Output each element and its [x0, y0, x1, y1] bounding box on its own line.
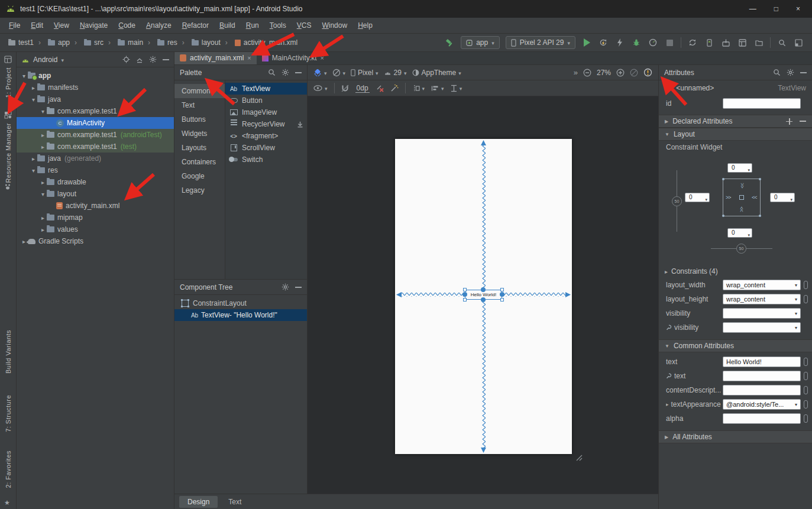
chevron-collapsed-icon[interactable]: [30, 85, 37, 91]
tree-item-manifests[interactable]: manifests: [17, 82, 174, 93]
resource-picker-flag[interactable]: [804, 386, 808, 394]
chevron-collapsed-icon[interactable]: [30, 155, 37, 162]
zoom-in-icon[interactable]: [616, 69, 625, 77]
declared-attributes-section[interactable]: Declared Attributes: [659, 115, 812, 128]
device-canvas[interactable]: Hello World!: [395, 139, 572, 454]
download-icon[interactable]: [297, 121, 303, 128]
margin-right-combo[interactable]: 0: [770, 193, 795, 202]
infer-constraints-icon[interactable]: [390, 84, 399, 92]
chevron-expanded-icon[interactable]: [20, 73, 28, 79]
pack-menu[interactable]: [451, 84, 462, 92]
clear-constraints-icon[interactable]: [376, 85, 384, 92]
default-margin-selector[interactable]: 0dp: [355, 84, 370, 93]
tool-window-structure[interactable]: 7: Structure: [5, 395, 12, 432]
menu-window[interactable]: Window: [316, 19, 352, 32]
zoom-out-icon[interactable]: [583, 69, 591, 77]
tree-item-activity-main-xml[interactable]: activity_main.xml: [17, 200, 174, 212]
add-attribute-button[interactable]: [786, 118, 792, 125]
resource-picker-flag[interactable]: [804, 281, 808, 289]
close-tab-icon[interactable]: ×: [321, 54, 324, 61]
content-description-input[interactable]: [723, 385, 801, 395]
menu-navigate[interactable]: Navigate: [75, 19, 113, 32]
palette-category-text[interactable]: Text: [174, 98, 225, 112]
tree-item-package-test[interactable]: com.example.test1(test): [17, 141, 174, 153]
apply-changes-icon[interactable]: [598, 37, 609, 48]
gear-icon[interactable]: [787, 69, 794, 76]
tools-visibility-combo[interactable]: [723, 322, 801, 333]
zoom-level[interactable]: 27%: [597, 69, 611, 77]
tab-mainactivity-kt[interactable]: MainActivity.kt ×: [257, 51, 329, 64]
menu-refactor[interactable]: Refactor: [177, 19, 214, 32]
tree-item-res[interactable]: res: [17, 164, 174, 176]
wrap-spring-bottom[interactable]: [739, 207, 745, 212]
gear-icon[interactable]: [282, 283, 289, 291]
avd-manager-icon[interactable]: [704, 37, 714, 48]
collapse-all-icon[interactable]: [136, 56, 143, 63]
api-level-menu[interactable]: 29: [384, 69, 407, 77]
palette-category-widgets[interactable]: Widgets: [174, 127, 225, 141]
align-menu[interactable]: [431, 84, 444, 92]
chevron-collapsed-icon[interactable]: [39, 179, 47, 186]
layout-width-combo[interactable]: wrap_content: [723, 280, 801, 290]
device-file-explorer-icon[interactable]: [753, 37, 764, 48]
palette-item-textview[interactable]: AbTextView: [225, 83, 307, 95]
design-mode-tab[interactable]: Design: [179, 496, 218, 508]
constraint-anchor-right[interactable]: [500, 292, 504, 297]
locate-file-icon[interactable]: [122, 56, 130, 63]
settings-gear-icon[interactable]: [149, 56, 157, 63]
maximize-button[interactable]: □: [774, 5, 778, 13]
palette-item-recyclerview[interactable]: RecyclerView: [225, 118, 307, 130]
resource-manager-stripe-icon[interactable]: [4, 111, 12, 119]
resize-handle-top-right[interactable]: [500, 288, 504, 291]
menu-edit[interactable]: Edit: [25, 19, 48, 32]
palette-category-containers[interactable]: Containers: [174, 155, 225, 169]
menu-analyze[interactable]: Analyze: [141, 19, 177, 32]
menu-vcs[interactable]: VCS: [292, 19, 317, 32]
canvas-resize-grip[interactable]: [574, 453, 583, 461]
tool-window-favorites[interactable]: 2: Favorites: [5, 450, 12, 488]
palette-item-scrollview[interactable]: ScrollView: [225, 142, 307, 154]
palette-item-fragment[interactable]: <><fragment>: [225, 130, 307, 142]
search-icon[interactable]: [773, 69, 781, 76]
project-stripe-icon[interactable]: [4, 56, 12, 63]
hide-panel-icon[interactable]: [295, 72, 302, 73]
orientation-selector[interactable]: [332, 69, 346, 77]
chevron-expanded-icon[interactable]: [39, 108, 47, 115]
autoconnect-magnet-icon[interactable]: [341, 85, 349, 92]
star-icon[interactable]: ★: [4, 499, 10, 507]
hide-panel-icon[interactable]: [800, 72, 807, 73]
close-button[interactable]: ×: [796, 5, 800, 13]
palette-category-buttons[interactable]: Buttons: [174, 112, 225, 127]
device-selector-combo[interactable]: Pixel 2 API 29: [506, 36, 575, 49]
menu-tools[interactable]: Tools: [264, 19, 292, 32]
resize-handle-bottom-left[interactable]: [463, 298, 467, 301]
tree-item-mainactivity[interactable]: MainActivity: [17, 117, 174, 129]
overflow-icon[interactable]: »: [574, 68, 578, 77]
tree-item-layout[interactable]: layout: [17, 188, 174, 200]
menu-build[interactable]: Build: [214, 19, 241, 32]
margin-bottom-combo[interactable]: 0: [727, 228, 752, 238]
tool-window-project[interactable]: 1: Project: [5, 67, 12, 98]
tree-item-gradle-scripts[interactable]: Gradle Scripts: [17, 235, 174, 247]
theme-menu[interactable]: AppTheme: [412, 69, 461, 77]
expand-icon[interactable]: ▸: [666, 401, 669, 407]
alpha-input[interactable]: [723, 413, 801, 424]
margin-left-combo[interactable]: 0: [685, 193, 710, 202]
breadcrumb-activity-main-xml[interactable]: activity_main.xml: [223, 38, 300, 47]
chevron-expanded-icon[interactable]: [30, 96, 37, 103]
tree-item-mipmap[interactable]: mipmap: [17, 212, 174, 223]
breadcrumb-layout[interactable]: layout: [180, 38, 223, 47]
tree-item-package[interactable]: com.example.test1: [17, 105, 174, 117]
breadcrumb-main[interactable]: main: [106, 38, 145, 47]
layout-section[interactable]: Layout: [659, 128, 812, 141]
tree-item-java-generated[interactable]: java(generated): [17, 153, 174, 164]
tool-window-resource-manager[interactable]: Resource Manager: [5, 123, 12, 183]
constraint-anchor-bottom[interactable]: [481, 297, 486, 302]
wrap-spring-left[interactable]: [726, 195, 731, 200]
palette-item-switch[interactable]: Switch: [225, 154, 307, 166]
margin-top-combo[interactable]: 0: [727, 163, 752, 173]
breadcrumb-app[interactable]: app: [36, 38, 72, 47]
pin-stripe-icon[interactable]: [4, 183, 11, 190]
common-attributes-section[interactable]: Common Attributes: [659, 339, 812, 352]
chevron-collapsed-icon[interactable]: [39, 226, 47, 233]
